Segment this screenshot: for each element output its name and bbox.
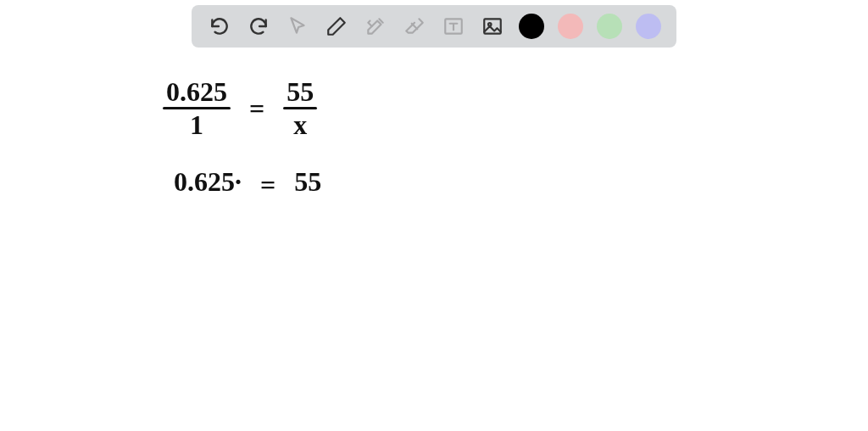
image-tool-button[interactable] <box>480 14 505 39</box>
text-tool-button[interactable] <box>441 14 466 39</box>
text-box-icon <box>442 15 465 37</box>
fraction-1-denominator: 1 <box>186 109 207 138</box>
eraser-icon <box>403 15 426 37</box>
color-swatch-green[interactable] <box>597 14 622 39</box>
redo-button[interactable] <box>246 14 271 39</box>
cursor-tool-button[interactable] <box>285 14 310 39</box>
color-swatch-pink[interactable] <box>558 14 583 39</box>
handwriting-line-1: 0.625 1 = 55 x <box>163 78 317 138</box>
drawing-canvas[interactable]: 0.625 1 = 55 x 0.625· = 55 <box>0 53 868 431</box>
undo-button[interactable] <box>207 14 232 39</box>
eraser-tool-button[interactable] <box>402 14 427 39</box>
undo-icon <box>209 15 231 37</box>
tools-icon <box>364 15 387 37</box>
line2-lhs: 0.625· <box>174 166 242 197</box>
fraction-1: 0.625 1 <box>163 78 231 138</box>
pencil-icon <box>326 15 348 37</box>
svg-line-0 <box>412 24 418 30</box>
fraction-2-denominator: x <box>290 109 310 138</box>
fraction-1-numerator: 0.625 <box>163 78 231 107</box>
redo-icon <box>248 15 270 37</box>
line2-rhs: 55 <box>294 166 321 197</box>
drawing-toolbar <box>192 5 676 48</box>
handwriting-line-2: 0.625· = 55 <box>174 168 321 199</box>
svg-rect-2 <box>484 19 501 33</box>
image-icon <box>481 15 504 37</box>
fraction-2-numerator: 55 <box>283 78 317 107</box>
color-swatch-purple[interactable] <box>636 14 661 39</box>
fraction-2: 55 x <box>283 78 317 138</box>
pencil-tool-button[interactable] <box>324 14 349 39</box>
cursor-icon <box>287 15 309 37</box>
tools-button[interactable] <box>363 14 388 39</box>
equals-sign: = <box>260 171 275 199</box>
color-swatch-black[interactable] <box>519 14 544 39</box>
equals-sign: = <box>249 95 264 122</box>
